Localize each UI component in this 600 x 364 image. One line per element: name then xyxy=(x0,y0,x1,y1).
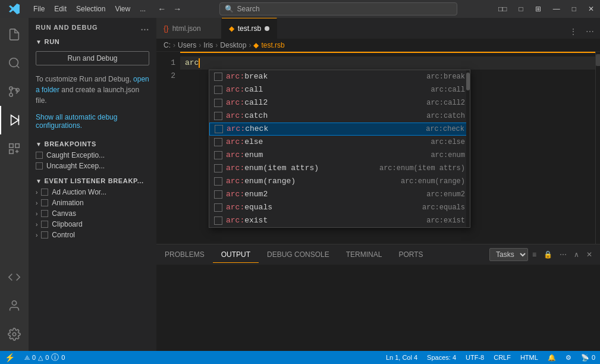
event-clipboard[interactable]: › Clipboard xyxy=(29,219,156,230)
activity-run-debug[interactable] xyxy=(0,106,29,134)
run-and-debug-button[interactable]: Run and Debug xyxy=(36,51,149,65)
ac-item-call[interactable]: arc:call arc:call xyxy=(209,83,470,96)
ac-item-catch[interactable]: arc:catch arc:catch xyxy=(209,109,470,123)
status-notifications[interactable]: 🔔 xyxy=(543,351,561,364)
canvas-checkbox[interactable] xyxy=(41,210,48,217)
ac-item-else[interactable]: arc:else arc:else xyxy=(209,136,470,149)
run-section-label[interactable]: ▼ RUN xyxy=(29,34,156,48)
ad-auction-checkbox[interactable] xyxy=(41,189,48,196)
panel-tab-terminal[interactable]: TERMINAL xyxy=(338,247,391,263)
breakpoints-label[interactable]: ▼ BREAKPOINTS xyxy=(29,137,156,150)
tab-html-json[interactable]: {} html.json ✕ xyxy=(156,18,222,39)
uncaught-exception-item[interactable]: Uncaught Excep... xyxy=(29,161,156,171)
show-debug-configs-link[interactable]: Show all automatic debug configurations. xyxy=(29,111,156,132)
status-line-ending[interactable]: CRLF xyxy=(489,351,516,364)
panel-more-icon[interactable]: ⋯ xyxy=(557,249,570,261)
window-layout-button[interactable]: □ xyxy=(513,0,529,18)
event-ad-auction[interactable]: › Ad Auction Wor... xyxy=(29,187,156,197)
panel-close-icon[interactable]: ✕ xyxy=(583,249,595,261)
panel-tab-debug-console[interactable]: DEBUG CONSOLE xyxy=(259,247,338,263)
activity-remote[interactable] xyxy=(0,263,29,291)
menu-view[interactable]: View xyxy=(110,2,135,15)
activity-source-control[interactable] xyxy=(0,77,29,106)
ac-item-enum2[interactable]: arc:enum2 arc:enum2 xyxy=(209,188,470,201)
panel-tab-ports[interactable]: PORTS xyxy=(390,247,431,263)
grid-layout-button[interactable]: ⊞ xyxy=(529,0,547,18)
code-editor[interactable]: 1 2 arc arc:break xyxy=(156,52,600,244)
error-icon: ⨹ xyxy=(24,354,30,362)
menu-more[interactable]: ... xyxy=(135,2,150,15)
event-listeners-title: EVENT LISTENER BREAKP... xyxy=(45,177,144,184)
nav-back-button[interactable]: ← xyxy=(155,3,168,15)
layout-toggle-button[interactable]: □□ xyxy=(492,0,513,18)
panel-list-icon[interactable]: ≡ xyxy=(529,249,539,261)
tab-unsaved-dot xyxy=(265,26,269,31)
ac-exist-label: arc:exist xyxy=(226,214,426,227)
activity-extensions[interactable] xyxy=(0,134,29,163)
ac-item-enum-item[interactable]: arc:enum(item attrs) arc:enum(item attrs… xyxy=(209,162,470,175)
event-animation[interactable]: › Animation xyxy=(29,197,156,208)
status-errors[interactable]: ⨹ 0 △ 0 ⓘ 0 xyxy=(20,351,70,364)
ac-item-enum-range[interactable]: arc:enum(range) arc:enum(range) xyxy=(209,175,470,188)
animation-checkbox[interactable] xyxy=(41,199,48,206)
activity-account[interactable] xyxy=(0,291,29,320)
open-folder-link[interactable]: open a folder xyxy=(36,75,149,94)
menu-edit[interactable]: Edit xyxy=(49,2,71,15)
breadcrumb-current-file[interactable]: test.rsb xyxy=(261,41,284,49)
close-button[interactable]: ✕ xyxy=(582,0,600,18)
status-language[interactable]: HTML xyxy=(516,351,543,364)
panel-lock-icon[interactable]: 🔒 xyxy=(541,249,555,261)
ac-item-enum[interactable]: arc:enum arc:enum xyxy=(209,149,470,162)
menu-file[interactable]: File xyxy=(29,2,49,15)
uncaught-exception-checkbox[interactable] xyxy=(36,162,43,170)
sidebar-more-icon[interactable]: ... xyxy=(141,23,149,32)
activity-settings[interactable] xyxy=(0,320,29,349)
autocomplete-dropdown[interactable]: arc:break arc:break arc:call arc:call ar… xyxy=(209,70,470,228)
status-remote[interactable]: ⚡ xyxy=(0,351,20,364)
event-canvas[interactable]: › Canvas xyxy=(29,208,156,219)
breadcrumb-desktop[interactable]: Desktop xyxy=(220,41,246,49)
autocomplete-scrollbar[interactable] xyxy=(466,70,470,227)
clipboard-checkbox[interactable] xyxy=(41,221,48,228)
caught-exception-checkbox[interactable] xyxy=(36,152,43,159)
code-lines[interactable]: arc arc:break arc:break arc:call xyxy=(180,52,595,244)
editor-scrollthumb[interactable] xyxy=(596,54,600,66)
breadcrumb-iris[interactable]: Iris xyxy=(203,41,213,49)
ac-item-check[interactable]: arc:check arc:check xyxy=(209,123,470,136)
restore-button[interactable]: □ xyxy=(566,0,582,18)
panel-tab-output[interactable]: OUTPUT xyxy=(213,247,259,263)
event-control[interactable]: › Control xyxy=(29,230,156,240)
status-debug-settings[interactable]: ⚙ xyxy=(561,351,576,364)
panel-collapse-icon[interactable]: ∧ xyxy=(571,249,582,261)
minimize-button[interactable]: — xyxy=(547,0,566,18)
ac-item-call2[interactable]: arc:call2 arc:call2 xyxy=(209,96,470,109)
ac-item-equals[interactable]: arc:equals arc:equals xyxy=(209,201,470,214)
split-editor-button[interactable]: ⋮ xyxy=(566,24,581,39)
more-actions-button[interactable]: ⋯ xyxy=(582,24,598,39)
ac-call-label: arc:call xyxy=(226,83,431,96)
position-text: Ln 1, Col 4 xyxy=(386,354,417,361)
menu-selection[interactable]: Selection xyxy=(71,2,110,15)
panel-tab-problems[interactable]: PROBLEMS xyxy=(156,247,213,263)
canvas-chevron-icon: › xyxy=(36,211,37,217)
status-encoding[interactable]: UTF-8 xyxy=(461,351,489,364)
status-broadcast[interactable]: 📡 0 xyxy=(576,351,600,364)
status-spaces[interactable]: Spaces: 4 xyxy=(422,351,461,364)
nav-forward-button[interactable]: → xyxy=(171,3,184,15)
tab-test-rsb[interactable]: ◆ test.rsb xyxy=(222,18,277,39)
control-checkbox[interactable] xyxy=(41,231,48,239)
activity-search[interactable] xyxy=(0,49,29,77)
status-position[interactable]: Ln 1, Col 4 xyxy=(381,351,422,364)
activity-explorer[interactable] xyxy=(0,20,29,49)
code-line-1[interactable]: arc xyxy=(180,57,595,70)
editor-scrollbar[interactable] xyxy=(595,52,600,244)
search-box[interactable]: 🔍 Search xyxy=(219,2,457,15)
task-select[interactable]: Tasks xyxy=(489,248,528,261)
ac-item-break[interactable]: arc:break arc:break xyxy=(209,70,470,83)
autocomplete-scrollthumb[interactable] xyxy=(466,73,470,90)
caught-exception-item[interactable]: Caught Exceptio... xyxy=(29,150,156,161)
breadcrumb-users[interactable]: Users xyxy=(178,41,196,49)
breadcrumb-drive[interactable]: C: xyxy=(164,41,171,49)
ac-item-exist[interactable]: arc:exist arc:exist xyxy=(209,214,470,227)
event-listeners-label[interactable]: ▼ EVENT LISTENER BREAKP... xyxy=(29,174,156,187)
